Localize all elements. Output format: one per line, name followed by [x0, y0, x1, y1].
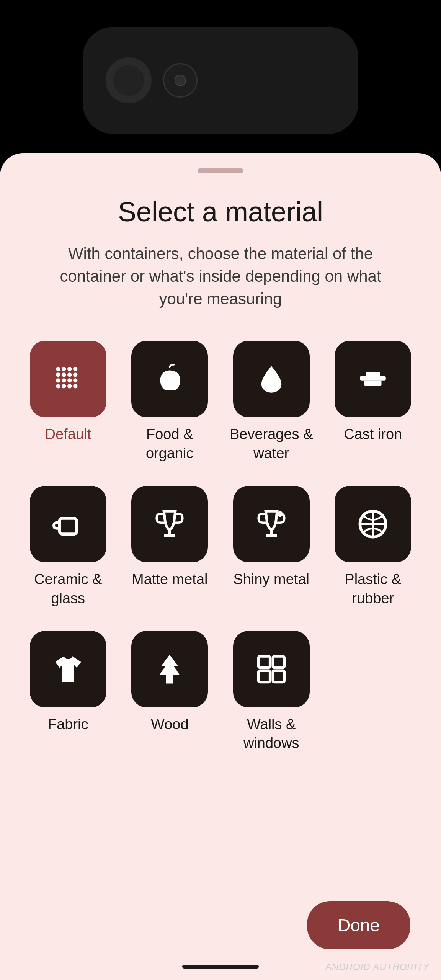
secondary-camera: [163, 63, 198, 98]
cup-icon: [51, 507, 85, 541]
material-icon-ceramic-glass: [30, 486, 106, 562]
material-icon-shiny-metal: [233, 486, 310, 562]
svg-point-28: [277, 511, 283, 517]
grid-4-icon: [254, 652, 289, 686]
empty-cell: [328, 631, 418, 753]
trophy-shiny-icon: [254, 507, 289, 541]
material-item-matte-metal[interactable]: Matte metal: [125, 486, 215, 608]
sheet-title: Select a material: [118, 196, 323, 227]
done-button-row: Done: [23, 901, 418, 949]
material-label-food-organic: Food & organic: [125, 425, 215, 463]
apple-icon: [152, 362, 187, 396]
materials-grid-row3: Fabric Wood Walls & windows: [23, 631, 418, 753]
material-icon-walls-windows: [233, 631, 310, 707]
phone-hardware: [0, 0, 441, 161]
material-icon-beverages-water: [233, 341, 310, 417]
material-item-fabric[interactable]: Fabric: [23, 631, 113, 753]
svg-point-7: [62, 379, 66, 383]
material-item-food-organic[interactable]: Food & organic: [125, 341, 215, 463]
svg-point-10: [62, 384, 66, 389]
material-label-ceramic-glass: Ceramic & glass: [23, 570, 113, 608]
cast-iron-icon: [356, 362, 390, 396]
material-item-default[interactable]: Default: [23, 341, 113, 463]
svg-rect-16: [360, 376, 386, 381]
material-item-ceramic-glass[interactable]: Ceramic & glass: [23, 486, 113, 608]
material-item-plastic-rubber[interactable]: Plastic & rubber: [328, 486, 418, 608]
camera-module: [83, 27, 358, 134]
materials-grid-row1: Default Food & organic Beverages & water: [23, 341, 418, 463]
main-camera: [106, 57, 152, 103]
drag-handle[interactable]: [198, 168, 243, 173]
svg-rect-34: [273, 671, 284, 682]
svg-rect-31: [258, 656, 270, 668]
svg-point-13: [73, 373, 77, 377]
svg-rect-25: [164, 534, 175, 537]
material-item-walls-windows[interactable]: Walls & windows: [226, 631, 317, 753]
material-label-shiny-metal: Shiny metal: [233, 570, 309, 589]
bottom-nav-bar: [182, 965, 259, 969]
svg-rect-32: [273, 656, 284, 668]
material-icon-plastic-rubber: [335, 486, 411, 562]
done-button[interactable]: Done: [307, 901, 410, 949]
svg-point-0: [56, 367, 60, 371]
material-label-default: Default: [45, 425, 91, 444]
svg-point-4: [62, 373, 66, 377]
svg-point-14: [73, 379, 77, 383]
material-item-shiny-metal[interactable]: Shiny metal: [226, 486, 317, 608]
trophy-icon: [152, 507, 187, 541]
material-select-sheet: Select a material With containers, choos…: [0, 153, 441, 980]
watermark: ANDROID AUTHORITY: [325, 962, 430, 972]
material-item-beverages-water[interactable]: Beverages & water: [226, 341, 317, 463]
svg-point-1: [62, 367, 66, 371]
svg-point-6: [56, 379, 60, 383]
material-icon-food-organic: [131, 341, 208, 417]
drop-icon: [254, 362, 289, 396]
material-label-fabric: Fabric: [48, 715, 88, 734]
svg-rect-17: [366, 372, 381, 376]
material-icon-matte-metal: [131, 486, 208, 562]
basketball-icon: [356, 507, 390, 541]
svg-point-12: [73, 367, 77, 371]
tshirt-icon: [51, 652, 85, 686]
svg-point-8: [67, 379, 72, 383]
svg-point-11: [67, 384, 72, 389]
materials-grid-row2: Ceramic & glass Matte metal: [23, 486, 418, 608]
material-item-cast-iron[interactable]: Cast iron: [328, 341, 418, 463]
material-label-cast-iron: Cast iron: [344, 425, 402, 444]
svg-marker-30: [160, 655, 180, 683]
material-item-wood[interactable]: Wood: [125, 631, 215, 753]
svg-rect-22: [59, 518, 77, 534]
svg-point-2: [67, 367, 72, 371]
svg-rect-33: [258, 671, 270, 682]
material-icon-fabric: [30, 631, 106, 707]
material-icon-cast-iron: [335, 341, 411, 417]
svg-rect-27: [266, 534, 277, 537]
material-icon-wood: [131, 631, 208, 707]
svg-point-9: [56, 384, 60, 389]
material-label-matte-metal: Matte metal: [132, 570, 208, 589]
trees-icon: [152, 652, 187, 686]
dots-grid-icon: [51, 362, 85, 396]
svg-point-3: [56, 373, 60, 377]
material-icon-default: [30, 341, 106, 417]
material-label-wood: Wood: [151, 715, 189, 734]
material-label-plastic-rubber: Plastic & rubber: [328, 570, 418, 608]
material-label-walls-windows: Walls & windows: [226, 715, 317, 753]
svg-point-15: [73, 384, 77, 389]
sheet-subtitle: With containers, choose the material of …: [48, 243, 393, 310]
svg-point-5: [67, 373, 72, 377]
material-label-beverages-water: Beverages & water: [226, 425, 317, 463]
